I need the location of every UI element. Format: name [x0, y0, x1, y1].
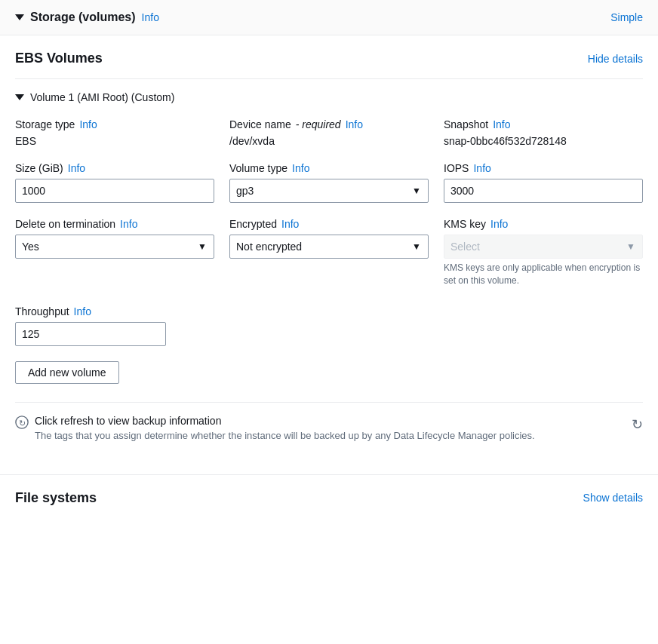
fields-row-1: Storage type Info EBS Device name - requ…: [15, 118, 643, 159]
throughput-input-wrap: [15, 322, 166, 346]
device-name-info[interactable]: Info: [346, 118, 363, 130]
kms-key-info[interactable]: Info: [490, 218, 508, 230]
backup-section: ↻ Click refresh to view backup informati…: [15, 402, 643, 453]
refresh-icon[interactable]: ↻: [632, 416, 643, 433]
device-name-value: /dev/xvda: [229, 135, 429, 147]
delete-termination-label-row: Delete on termination Info: [15, 218, 214, 230]
storage-type-value: EBS: [15, 135, 214, 147]
volume-type-select[interactable]: gp3 gp2 io1 io2 sc1 st1 standard: [229, 179, 429, 203]
kms-key-label-row: KMS key Info: [444, 218, 643, 230]
throughput-section: Throughput Info: [15, 305, 643, 346]
delete-termination-select-wrapper: Yes No ▼: [15, 235, 214, 259]
fields-row-3: Delete on termination Info Yes No ▼ Encr…: [15, 218, 643, 299]
encrypted-label: Encrypted: [229, 218, 277, 230]
collapse-icon[interactable]: [15, 14, 24, 20]
storage-type-info[interactable]: Info: [79, 118, 97, 130]
volume-type-group: Volume type Info gp3 gp2 io1 io2 sc1 st1…: [229, 162, 429, 203]
backup-left: ↻ Click refresh to view backup informati…: [15, 415, 535, 441]
volume-header: Volume 1 (AMI Root) (Custom): [15, 91, 643, 103]
encrypted-group: Encrypted Info Not encrypted Encrypted ▼: [229, 218, 429, 287]
snapshot-label: Snapshot: [444, 118, 488, 130]
volume-type-select-wrapper: gp3 gp2 io1 io2 sc1 st1 standard ▼: [229, 179, 429, 203]
snapshot-value: snap-0bbc46f532d728148: [444, 135, 643, 147]
volume-title: Volume 1 (AMI Root) (Custom): [30, 91, 174, 103]
size-label-row: Size (GiB) Info: [15, 162, 214, 174]
iops-info[interactable]: Info: [473, 162, 490, 174]
storage-type-group: Storage type Info EBS: [15, 118, 214, 147]
refresh-info-icon: ↻: [15, 416, 29, 429]
header-info-link[interactable]: Info: [142, 11, 159, 23]
file-systems-section: File systems Show details: [0, 474, 658, 521]
encrypted-select[interactable]: Not encrypted Encrypted: [229, 235, 429, 259]
snapshot-group: Snapshot Info snap-0bbc46f532d728148: [444, 118, 643, 147]
hide-details-link[interactable]: Hide details: [588, 53, 643, 65]
encrypted-label-row: Encrypted Info: [229, 218, 429, 230]
iops-group: IOPS Info: [444, 162, 643, 203]
snapshot-info[interactable]: Info: [493, 118, 510, 130]
storage-type-label: Storage type: [15, 118, 75, 130]
size-input[interactable]: [15, 179, 214, 203]
device-name-label: Device name: [229, 118, 291, 130]
backup-row: ↻ Click refresh to view backup informati…: [15, 415, 643, 441]
throughput-info[interactable]: Info: [74, 305, 91, 317]
device-name-group: Device name - required Info /dev/xvda: [229, 118, 429, 147]
delete-termination-select[interactable]: Yes No: [15, 235, 214, 259]
iops-label: IOPS: [444, 162, 469, 174]
kms-note: KMS keys are only applicable when encryp…: [444, 262, 643, 287]
ebs-title: EBS Volumes: [15, 51, 103, 66]
fields-row-2: Size (GiB) Info Volume type Info gp3 gp2…: [15, 162, 643, 215]
add-volume-button[interactable]: Add new volume: [15, 361, 119, 384]
show-details-link[interactable]: Show details: [583, 492, 643, 504]
iops-input[interactable]: [444, 179, 643, 203]
throughput-label-row: Throughput Info: [15, 305, 643, 317]
volume-type-info[interactable]: Info: [292, 162, 309, 174]
volume-type-label-row: Volume type Info: [229, 162, 429, 174]
file-systems-row: File systems Show details: [15, 490, 643, 506]
volume-collapse-icon[interactable]: [15, 94, 24, 100]
kms-key-group: KMS key Info Select ▼ KMS keys are only …: [444, 218, 643, 287]
divider-1: [15, 78, 643, 79]
device-name-required: - required: [296, 118, 341, 130]
ebs-header: EBS Volumes Hide details: [15, 51, 643, 66]
volume-type-label: Volume type: [229, 162, 287, 174]
file-systems-title: File systems: [15, 490, 97, 506]
kms-key-label: KMS key: [444, 218, 486, 230]
encrypted-info[interactable]: Info: [281, 218, 299, 230]
delete-termination-info[interactable]: Info: [120, 218, 137, 230]
delete-termination-group: Delete on termination Info Yes No ▼: [15, 218, 214, 287]
throughput-input[interactable]: [15, 322, 166, 346]
storage-type-label-row: Storage type Info: [15, 118, 214, 130]
kms-key-select-wrapper: Select ▼: [444, 235, 643, 259]
size-label: Size (GiB): [15, 162, 63, 174]
section-title: Storage (volumes): [30, 11, 136, 24]
simple-link[interactable]: Simple: [610, 11, 643, 23]
backup-message: Click refresh to view backup information: [35, 415, 535, 427]
backup-subtext: The tags that you assign determine wheth…: [35, 430, 535, 441]
svg-text:↻: ↻: [19, 418, 26, 427]
iops-label-row: IOPS Info: [444, 162, 643, 174]
throughput-label: Throughput: [15, 305, 69, 317]
device-name-label-row: Device name - required Info: [229, 118, 429, 130]
kms-key-select[interactable]: Select: [444, 235, 643, 259]
encrypted-select-wrapper: Not encrypted Encrypted ▼: [229, 235, 429, 259]
size-info[interactable]: Info: [68, 162, 85, 174]
delete-termination-label: Delete on termination: [15, 218, 115, 230]
section-header: Storage (volumes) Info Simple: [0, 0, 658, 35]
snapshot-label-row: Snapshot Info: [444, 118, 643, 130]
size-group: Size (GiB) Info: [15, 162, 214, 203]
